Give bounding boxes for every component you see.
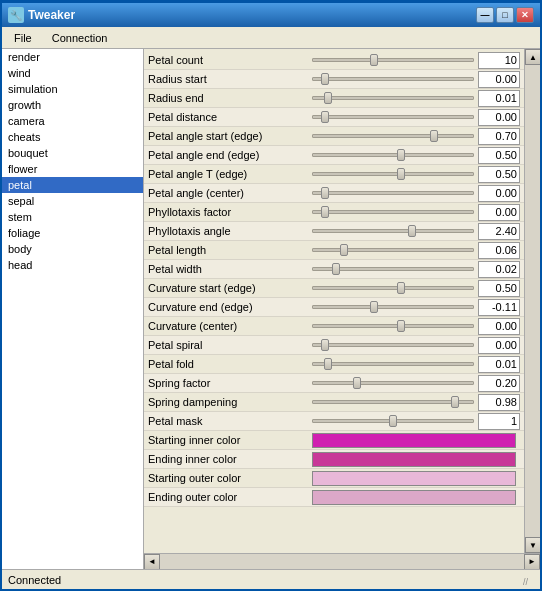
menu-connection[interactable]: Connection	[44, 30, 116, 46]
param-value-0[interactable]	[478, 52, 520, 69]
sidebar-item-head[interactable]: head	[2, 257, 143, 273]
param-value-19[interactable]	[478, 413, 520, 430]
param-row-4: Petal angle start (edge)	[144, 127, 524, 146]
color-swatch-22[interactable]	[312, 471, 516, 486]
param-slider-container-11[interactable]	[312, 262, 474, 276]
param-value-3[interactable]	[478, 109, 520, 126]
slider-handle-0[interactable]	[370, 54, 378, 66]
param-row-21: Ending inner color	[144, 450, 524, 469]
slider-handle-16[interactable]	[324, 358, 332, 370]
sidebar-item-body[interactable]: body	[2, 241, 143, 257]
param-value-9[interactable]	[478, 223, 520, 240]
slider-handle-18[interactable]	[451, 396, 459, 408]
param-slider-container-9[interactable]	[312, 224, 474, 238]
param-value-15[interactable]	[478, 337, 520, 354]
param-value-17[interactable]	[478, 375, 520, 392]
param-slider-container-18[interactable]	[312, 395, 474, 409]
color-swatch-21[interactable]	[312, 452, 516, 467]
param-row-19: Petal mask	[144, 412, 524, 431]
slider-handle-10[interactable]	[340, 244, 348, 256]
param-slider-container-8[interactable]	[312, 205, 474, 219]
param-slider-container-10[interactable]	[312, 243, 474, 257]
slider-handle-6[interactable]	[397, 168, 405, 180]
sidebar-item-bouquet[interactable]: bouquet	[2, 145, 143, 161]
sidebar-item-simulation[interactable]: simulation	[2, 81, 143, 97]
param-slider-container-7[interactable]	[312, 186, 474, 200]
slider-handle-4[interactable]	[430, 130, 438, 142]
slider-handle-17[interactable]	[353, 377, 361, 389]
slider-handle-1[interactable]	[321, 73, 329, 85]
slider-handle-3[interactable]	[321, 111, 329, 123]
right-panel: Petal countRadius startRadius endPetal d…	[144, 49, 540, 569]
param-label-8: Phyllotaxis factor	[148, 206, 308, 218]
param-value-14[interactable]	[478, 318, 520, 335]
sidebar-item-camera[interactable]: camera	[2, 113, 143, 129]
param-slider-container-15[interactable]	[312, 338, 474, 352]
param-value-2[interactable]	[478, 90, 520, 107]
param-slider-container-4[interactable]	[312, 129, 474, 143]
param-slider-container-16[interactable]	[312, 357, 474, 371]
param-slider-container-5[interactable]	[312, 148, 474, 162]
param-slider-container-19[interactable]	[312, 414, 474, 428]
slider-handle-11[interactable]	[332, 263, 340, 275]
slider-handle-8[interactable]	[321, 206, 329, 218]
scroll-down-button[interactable]: ▼	[525, 537, 540, 553]
sidebar-item-cheats[interactable]: cheats	[2, 129, 143, 145]
param-value-16[interactable]	[478, 356, 520, 373]
sidebar-item-petal[interactable]: petal	[2, 177, 143, 193]
param-value-11[interactable]	[478, 261, 520, 278]
main-content: renderwindsimulationgrowthcameracheatsbo…	[2, 49, 540, 569]
app-icon: 🔧	[8, 7, 24, 23]
param-slider-container-13[interactable]	[312, 300, 474, 314]
slider-handle-13[interactable]	[370, 301, 378, 313]
sidebar-item-flower[interactable]: flower	[2, 161, 143, 177]
param-value-1[interactable]	[478, 71, 520, 88]
param-value-12[interactable]	[478, 280, 520, 297]
slider-handle-9[interactable]	[408, 225, 416, 237]
slider-handle-12[interactable]	[397, 282, 405, 294]
scroll-right-button[interactable]: ►	[524, 554, 540, 570]
slider-handle-19[interactable]	[389, 415, 397, 427]
menu-file[interactable]: File	[6, 30, 40, 46]
sidebar-item-sepal[interactable]: sepal	[2, 193, 143, 209]
param-slider-container-14[interactable]	[312, 319, 474, 333]
param-value-5[interactable]	[478, 147, 520, 164]
param-value-8[interactable]	[478, 204, 520, 221]
sidebar-item-foliage[interactable]: foliage	[2, 225, 143, 241]
scroll-up-button[interactable]: ▲	[525, 49, 540, 65]
param-value-4[interactable]	[478, 128, 520, 145]
scroll-left-button[interactable]: ◄	[144, 554, 160, 570]
sidebar-item-wind[interactable]: wind	[2, 65, 143, 81]
slider-track-8	[312, 210, 474, 214]
hscroll-track[interactable]	[160, 554, 524, 570]
maximize-button[interactable]: □	[496, 7, 514, 23]
param-slider-container-6[interactable]	[312, 167, 474, 181]
param-value-7[interactable]	[478, 185, 520, 202]
param-slider-container-3[interactable]	[312, 110, 474, 124]
slider-handle-14[interactable]	[397, 320, 405, 332]
sidebar-item-stem[interactable]: stem	[2, 209, 143, 225]
color-swatch-20[interactable]	[312, 433, 516, 448]
slider-handle-5[interactable]	[397, 149, 405, 161]
param-value-18[interactable]	[478, 394, 520, 411]
minimize-button[interactable]: —	[476, 7, 494, 23]
param-value-6[interactable]	[478, 166, 520, 183]
sidebar-item-render[interactable]: render	[2, 49, 143, 65]
param-slider-container-0[interactable]	[312, 53, 474, 67]
param-slider-container-12[interactable]	[312, 281, 474, 295]
slider-handle-15[interactable]	[321, 339, 329, 351]
slider-handle-7[interactable]	[321, 187, 329, 199]
param-slider-container-1[interactable]	[312, 72, 474, 86]
scroll-track[interactable]	[525, 65, 540, 537]
param-label-22: Starting outer color	[148, 472, 308, 484]
param-slider-container-17[interactable]	[312, 376, 474, 390]
slider-track-5	[312, 153, 474, 157]
slider-handle-2[interactable]	[324, 92, 332, 104]
param-value-13[interactable]	[478, 299, 520, 316]
param-slider-container-2[interactable]	[312, 91, 474, 105]
sidebar-item-growth[interactable]: growth	[2, 97, 143, 113]
param-value-10[interactable]	[478, 242, 520, 259]
close-button[interactable]: ✕	[516, 7, 534, 23]
titlebar: 🔧 Tweaker — □ ✕	[2, 3, 540, 27]
color-swatch-23[interactable]	[312, 490, 516, 505]
